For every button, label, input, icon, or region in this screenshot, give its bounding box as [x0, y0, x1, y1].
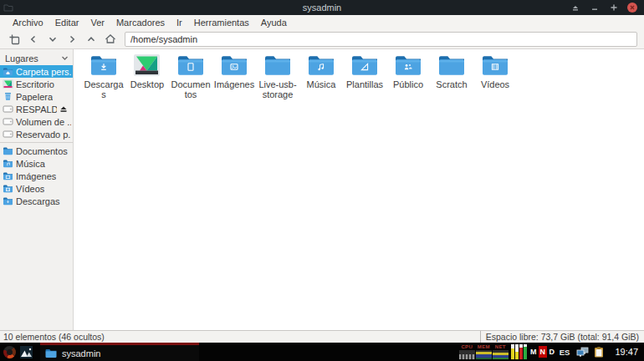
file-item-videos[interactable]: Vídeos	[474, 54, 516, 99]
sidebar-item-label: Papelera	[16, 92, 53, 102]
task-button-sysadmin[interactable]: sysadmin	[40, 343, 199, 361]
sidebar-item-label: Música	[16, 159, 45, 169]
mem-graph-icon	[476, 350, 492, 359]
sidebar-item-descargas[interactable]: Descargas	[0, 195, 73, 207]
led-scroll: D	[548, 346, 556, 358]
led-num: N	[539, 346, 547, 358]
chevron-down-icon	[61, 54, 69, 62]
sidebar-item-label: Documentos	[16, 146, 68, 156]
mem-monitor-label: MEM	[478, 344, 490, 350]
up-button[interactable]	[82, 31, 100, 48]
sidebar-item-label: Descargas	[16, 196, 60, 206]
file-item-publico[interactable]: Público	[387, 54, 429, 99]
folder-icon	[482, 54, 509, 77]
menu-ver[interactable]: Ver	[84, 15, 110, 29]
sensor-bar-icon	[519, 344, 523, 359]
file-item-scratch[interactable]: Scratch	[431, 54, 473, 99]
file-label: Descargas	[83, 79, 125, 99]
sidebar-item-videos[interactable]: Vídeos	[0, 182, 73, 195]
menubar: Archivo Editar Ver Marcadores Ir Herrami…	[0, 15, 644, 29]
file-item-imagenes[interactable]: Imágenes	[213, 54, 255, 99]
menu-editar[interactable]: Editar	[49, 15, 85, 29]
file-label: Documentos	[170, 79, 212, 99]
template-emblem-icon	[360, 62, 370, 72]
window-title: sysadmin	[0, 3, 644, 13]
mem-monitor[interactable]: MEM	[476, 344, 492, 359]
menu-herramientas[interactable]: Herramientas	[188, 15, 255, 29]
menu-ayuda[interactable]: Ayuda	[255, 15, 293, 29]
window-titlebar[interactable]: sysadmin	[0, 0, 644, 15]
public-emblem-icon	[403, 62, 413, 72]
show-desktop-button[interactable]	[19, 345, 33, 359]
clock[interactable]: 19:47	[615, 347, 638, 357]
menu-marcadores[interactable]: Marcadores	[110, 15, 171, 29]
sidebar-item-imagenes[interactable]: Imágenes	[0, 170, 73, 182]
drive-icon	[3, 104, 13, 114]
sidebar-item-volumen[interactable]: Volumen de ...	[0, 115, 73, 128]
music-emblem-icon	[316, 62, 326, 72]
forward-button[interactable]	[63, 31, 80, 48]
history-dropdown-button[interactable]	[43, 31, 61, 48]
menu-ir[interactable]: Ir	[171, 15, 188, 29]
drive-icon	[3, 117, 13, 126]
file-label: Vídeos	[481, 79, 509, 89]
file-item-live-usb-storage[interactable]: Live-usb-storage	[257, 54, 299, 99]
app-menu-button[interactable]	[3, 345, 17, 359]
sidebar-item-label: Carpeta pers...	[16, 67, 71, 77]
cpu-monitor[interactable]: CPU	[459, 344, 475, 359]
file-label: Plantillas	[346, 79, 383, 89]
file-icon-view[interactable]: Descargas Desktop Documentos	[74, 49, 644, 330]
system-tray: CPU MEM NET M N D ES	[459, 343, 644, 361]
folder-icon	[3, 196, 13, 206]
shade-button[interactable]	[570, 3, 580, 13]
sidebar-item-respaldo[interactable]: RESPALDO	[0, 103, 73, 115]
file-item-descargas[interactable]: Descargas	[83, 54, 125, 99]
sidebar-item-documentos[interactable]: Documentos	[0, 145, 73, 157]
net-graph-icon	[493, 350, 509, 359]
sidebar-item-carpeta-personal[interactable]: Carpeta pers...	[0, 65, 73, 78]
file-item-desktop[interactable]: Desktop	[126, 54, 168, 99]
cpu-graph-icon	[459, 350, 475, 359]
sidebar-item-escritorio[interactable]: Escritorio	[0, 78, 73, 90]
folder-icon	[3, 159, 13, 168]
sidebar-item-musica[interactable]: Música	[0, 157, 73, 170]
back-button[interactable]	[24, 31, 42, 48]
keyboard-layout-indicator[interactable]: ES	[560, 348, 570, 357]
places-header[interactable]: Lugares	[0, 51, 73, 65]
file-label: Live-usb-storage	[257, 79, 299, 99]
desktop-picture-icon	[20, 346, 33, 358]
window-controls	[570, 3, 644, 13]
folder-icon	[3, 184, 13, 193]
eject-icon[interactable]	[59, 105, 68, 113]
toolbar	[0, 29, 644, 49]
sidebar-item-reservado[interactable]: Reservado p...	[0, 128, 73, 140]
folder-icon	[221, 54, 248, 77]
file-item-plantillas[interactable]: Plantillas	[344, 54, 386, 99]
file-item-musica[interactable]: Música	[300, 54, 342, 99]
clipboard-tray-button[interactable]	[594, 346, 604, 358]
net-monitor[interactable]: NET	[493, 344, 509, 359]
new-tab-button[interactable]	[5, 31, 23, 48]
sensor-bars[interactable]	[511, 344, 527, 359]
path-input[interactable]	[125, 32, 637, 47]
sidebar-item-label: Vídeos	[16, 184, 44, 194]
folder-icon	[3, 146, 13, 155]
folder-icon	[351, 54, 378, 77]
maximize-button[interactable]	[608, 3, 619, 13]
close-button[interactable]	[627, 3, 637, 13]
sidebar-item-label: Escritorio	[16, 79, 54, 89]
sidebar-item-papelera[interactable]: Papelera	[0, 90, 73, 103]
led-caps: M	[529, 346, 538, 358]
clipboard-icon	[594, 346, 604, 358]
desktop-icon	[3, 79, 13, 89]
network-icon	[576, 347, 589, 358]
minimize-button[interactable]	[589, 3, 600, 13]
folder-icon	[395, 54, 422, 77]
places-header-label: Lugares	[5, 53, 38, 64]
task-label: sysadmin	[62, 348, 100, 358]
network-tray-button[interactable]	[576, 347, 589, 358]
menu-archivo[interactable]: Archivo	[7, 15, 49, 29]
file-label: Música	[307, 79, 336, 89]
home-button[interactable]	[101, 31, 119, 48]
file-item-documentos[interactable]: Documentos	[170, 54, 212, 99]
